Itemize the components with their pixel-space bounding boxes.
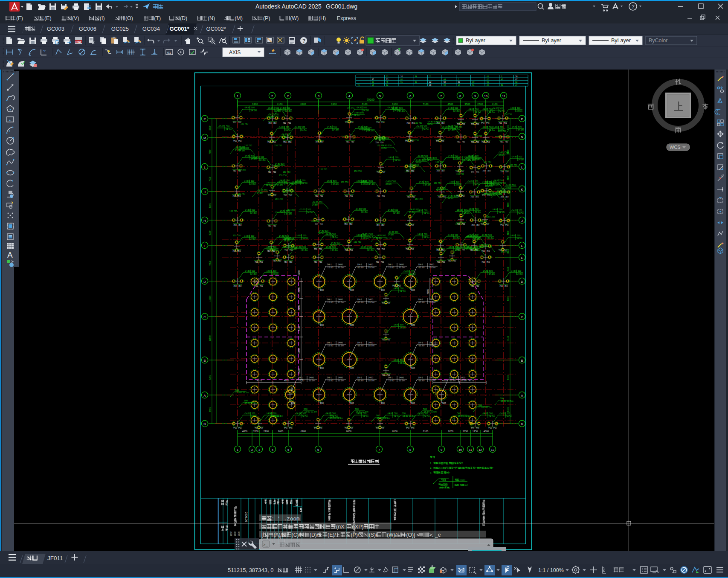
- svg-text:L: L: [204, 166, 206, 169]
- svg-text:(O)] <: (O)] <: [406, 532, 420, 538]
- svg-text:7: 7: [440, 94, 442, 98]
- svg-text:9400: 9400: [209, 261, 211, 265]
- svg-text:N: N: [521, 135, 523, 139]
- svg-text:(E): (E): [44, 15, 52, 21]
- svg-text:45: 45: [386, 81, 389, 83]
- svg-text:(M): (M): [235, 15, 243, 21]
- svg-text:1.: 1.: [430, 462, 432, 465]
- svg-text:61: 61: [472, 84, 475, 86]
- svg-text:150 750: 150 750: [435, 161, 443, 163]
- svg-text:01: 01: [167, 51, 171, 55]
- svg-text:(H): (H): [319, 15, 326, 21]
- svg-text:6: 6: [409, 94, 411, 98]
- svg-text:34.5m: 34.5m: [427, 123, 433, 125]
- svg-text:17: 17: [458, 84, 461, 86]
- svg-text:10000: 10000: [209, 296, 211, 302]
- svg-text:150 750: 150 750: [275, 211, 283, 214]
- svg-text:xy: xy: [43, 49, 46, 52]
- svg-text:8: 8: [409, 448, 411, 452]
- svg-text:7000: 7000: [209, 177, 211, 181]
- svg-text:1: 1: [237, 94, 238, 98]
- svg-text:82: 82: [515, 81, 518, 83]
- svg-text:94: 94: [415, 76, 418, 78]
- svg-text:23: 23: [386, 76, 389, 78]
- svg-text:8600: 8600: [346, 430, 351, 433]
- svg-text:2: 2: [251, 448, 253, 452]
- svg-text:150 750: 150 750: [411, 139, 419, 142]
- svg-text:150 750: 150 750: [455, 126, 462, 128]
- svg-text:3500: 3500: [464, 103, 470, 105]
- svg-text:8100: 8100: [507, 407, 509, 412]
- svg-text:4150: 4150: [277, 103, 283, 105]
- svg-text:(I): (I): [100, 15, 105, 21]
- svg-text:8100: 8100: [507, 375, 509, 380]
- svg-text:9300: 9300: [252, 103, 258, 105]
- svg-text:C: C: [521, 315, 523, 319]
- svg-text:A: A: [7, 250, 13, 259]
- svg-text:>_: >_: [263, 543, 268, 547]
- svg-text:150 750: 150 750: [504, 113, 512, 116]
- svg-text:150 750: 150 750: [468, 159, 476, 161]
- svg-text:34.5m: 34.5m: [505, 186, 511, 189]
- svg-text:150 750: 150 750: [341, 135, 349, 138]
- svg-text:(: (: [439, 486, 440, 489]
- svg-text:150 750: 150 750: [319, 168, 327, 171]
- svg-text:GC006: GC006: [79, 26, 96, 32]
- svg-text:-15.60 31.5m: -15.60 31.5m: [270, 415, 283, 417]
- svg-text:ByLayer: ByLayer: [466, 38, 485, 44]
- svg-text:nXP): nXP): [352, 524, 364, 530]
- svg-text:34.5m: 34.5m: [268, 116, 274, 118]
- svg-text:34.5m: 34.5m: [409, 211, 415, 213]
- svg-text:H: H: [203, 219, 206, 223]
- svg-text:4150: 4150: [298, 369, 300, 374]
- svg-text:97: 97: [372, 78, 374, 81]
- svg-text:4800: 4800: [242, 430, 247, 433]
- svg-text:150 750: 150 750: [238, 168, 246, 171]
- svg-text:9: 9: [441, 448, 442, 452]
- svg-text:34.5m: 34.5m: [484, 193, 490, 195]
- svg-text:150 750: 150 750: [456, 173, 464, 175]
- svg-text:92: 92: [444, 81, 446, 83]
- svg-text:34.5m: 34.5m: [490, 194, 496, 197]
- svg-text:9200: 9200: [209, 375, 211, 380]
- svg-text:6900: 6900: [301, 430, 306, 433]
- svg-text:150 750: 150 750: [354, 241, 361, 243]
- svg-text:(m): (m): [464, 484, 468, 486]
- svg-text:3: 3: [458, 78, 459, 81]
- svg-text:-15.60 31.5m: -15.60 31.5m: [402, 415, 415, 417]
- svg-text:34.5m: 34.5m: [257, 192, 263, 194]
- svg-text:3006: 3006: [234, 532, 236, 536]
- svg-text:GC003: GC003: [47, 26, 64, 32]
- svg-text:GC034: GC034: [142, 26, 160, 32]
- svg-text:(E)/: (E)/: [328, 532, 336, 538]
- svg-text:1350: 1350: [473, 430, 478, 433]
- svg-text:5: 5: [379, 94, 381, 98]
- svg-text:67: 67: [515, 78, 518, 81]
- svg-text:150 750: 150 750: [241, 122, 248, 125]
- svg-text:1: 1: [237, 448, 238, 452]
- svg-text:ByColor: ByColor: [649, 38, 667, 44]
- svg-text:4150: 4150: [298, 270, 300, 276]
- svg-text:34.5m: 34.5m: [479, 246, 484, 249]
- svg-text:-15.60 31.5m: -15.60 31.5m: [423, 410, 437, 413]
- svg-text:(W)/: (W)/: [387, 532, 397, 538]
- svg-text:(D): (D): [180, 15, 187, 21]
- svg-text:4: 4: [348, 94, 350, 98]
- svg-text:22: 22: [429, 81, 432, 83]
- svg-text:150 750: 150 750: [347, 107, 354, 110]
- svg-text:JF011: JF011: [47, 555, 63, 561]
- svg-text:3500: 3500: [253, 430, 258, 433]
- svg-text:34.5m: 34.5m: [239, 149, 245, 152]
- svg-text:(O): (O): [125, 15, 133, 21]
- svg-text:150 750: 150 750: [498, 130, 506, 132]
- svg-text:D: D: [521, 280, 523, 284]
- svg-text:B: B: [521, 359, 523, 363]
- svg-text:E: E: [521, 256, 523, 260]
- svg-text:150 750: 150 750: [404, 170, 412, 173]
- svg-text:90: 90: [458, 81, 461, 83]
- svg-text:K: K: [521, 188, 523, 192]
- svg-text:2850: 2850: [463, 430, 468, 433]
- svg-text:4185: 4185: [426, 289, 429, 294]
- svg-text:150 750: 150 750: [311, 220, 319, 222]
- svg-text:91: 91: [400, 81, 403, 83]
